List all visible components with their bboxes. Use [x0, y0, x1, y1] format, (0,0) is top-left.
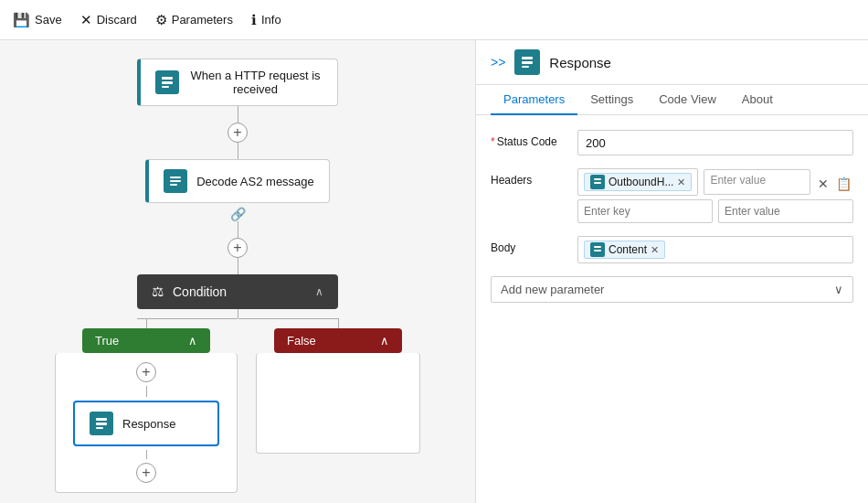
condition-label: Condition [173, 284, 306, 299]
parameters-icon: ⚙ [155, 12, 167, 28]
header-action-btns: ✕ 📋 [816, 171, 853, 193]
delete-header-btn[interactable]: ✕ [816, 175, 831, 193]
discard-button[interactable]: ✕ Discard [80, 12, 137, 28]
true-branch: True ∧ + Response [55, 319, 238, 493]
headers-row: Headers OutboundH... ✕ [491, 168, 853, 223]
response-node[interactable]: Response [73, 401, 219, 446]
panel-title: Response [549, 55, 611, 70]
false-branch-vline [338, 319, 339, 328]
headers-content: OutboundH... ✕ Enter value ✕ 📋 [577, 168, 853, 223]
branch-connector [137, 309, 339, 319]
true-branch-body: + Response + [55, 353, 238, 493]
panel-header: >> Response [476, 40, 868, 85]
add-between-http-decode[interactable]: + [228, 123, 248, 143]
http-node-icon [155, 70, 179, 94]
false-branch-collapse[interactable]: ∧ [380, 334, 389, 348]
svg-rect-11 [522, 66, 529, 68]
condition-icon: ⚖ [152, 284, 164, 300]
enter-value-placeholder: Enter value [710, 174, 766, 190]
decode-as2-node[interactable]: Decode AS2 message [145, 159, 330, 203]
add-param-label: Add new parameter [501, 283, 604, 296]
tab-settings[interactable]: Settings [577, 85, 646, 115]
true-inner-vline [146, 386, 147, 397]
tab-parameters[interactable]: Parameters [491, 85, 577, 115]
link-icon: 🔗 [230, 207, 246, 221]
status-code-label: *Status Code [491, 130, 568, 148]
main-layout: When a HTTP request is received + Decode… [0, 40, 868, 503]
false-branch: False ∧ [256, 319, 420, 493]
svg-rect-1 [162, 81, 173, 84]
tab-code-view[interactable]: Code View [646, 85, 729, 115]
canvas: When a HTTP request is received + Decode… [0, 40, 475, 503]
false-branch-body [256, 353, 420, 454]
false-branch-label: False [287, 334, 316, 348]
svg-rect-13 [594, 182, 601, 184]
condition-node[interactable]: ⚖ Condition ∧ [137, 274, 338, 309]
headers-label: Headers [491, 168, 568, 187]
svg-rect-3 [170, 177, 181, 178]
save-icon: 💾 [13, 12, 30, 28]
header-value-area[interactable]: Enter value [704, 169, 810, 195]
svg-rect-2 [162, 86, 169, 88]
body-row: Body Content ✕ [491, 236, 853, 263]
add-after-response[interactable]: + [136, 463, 156, 483]
svg-rect-6 [96, 418, 107, 421]
info-icon: ℹ [251, 12, 257, 28]
connector-2: + [228, 221, 248, 274]
add-new-parameter[interactable]: Add new parameter ∨ [491, 276, 853, 303]
decode-node-label: Decode AS2 message [196, 175, 314, 188]
parameters-label: Parameters [172, 13, 233, 27]
response-node-icon [90, 412, 113, 435]
header-key-input[interactable] [577, 199, 713, 223]
svg-rect-12 [594, 178, 601, 180]
status-code-row: *Status Code [491, 130, 853, 155]
svg-rect-10 [522, 61, 533, 64]
panel-content: *Status Code Headers [476, 115, 868, 503]
body-token-area[interactable]: Content ✕ [577, 236, 853, 263]
discard-icon: ✕ [80, 12, 92, 28]
info-label: Info [261, 13, 281, 27]
true-branch-header[interactable]: True ∧ [82, 328, 210, 353]
chip-icon [590, 175, 605, 189]
token-label: OutboundH... [609, 176, 673, 188]
right-panel: >> Response Parameters Settings Code Vie… [475, 40, 868, 503]
panel-collapse-btn[interactable]: >> [491, 55, 505, 70]
svg-rect-8 [96, 427, 103, 429]
content-chip-icon [590, 242, 605, 257]
content-token-close[interactable]: ✕ [651, 244, 659, 256]
condition-collapse-btn[interactable]: ∧ [315, 285, 323, 298]
flow-container: When a HTTP request is received + Decode… [18, 59, 457, 493]
svg-rect-9 [522, 57, 533, 59]
header-value-input[interactable] [718, 199, 853, 223]
false-branch-header[interactable]: False ∧ [274, 328, 402, 353]
content-token: Content ✕ [584, 241, 665, 259]
copy-header-btn[interactable]: 📋 [834, 175, 853, 193]
response-node-label: Response [122, 417, 176, 431]
status-code-input[interactable] [577, 130, 853, 155]
header-key-area[interactable]: OutboundH... ✕ [577, 168, 698, 196]
link-decorator: 🔗 [230, 207, 246, 221]
add-in-true-branch[interactable]: + [136, 362, 156, 382]
outbound-token: OutboundH... ✕ [584, 173, 692, 191]
panel-tabs: Parameters Settings Code View About [476, 85, 868, 115]
tab-about[interactable]: About [729, 85, 786, 115]
save-button[interactable]: 💾 Save [13, 12, 62, 28]
save-label: Save [35, 13, 62, 27]
svg-rect-15 [594, 250, 601, 252]
true-branch-collapse[interactable]: ∧ [188, 334, 197, 348]
add-between-decode-condition[interactable]: + [228, 238, 248, 258]
branch-area: True ∧ + Response [55, 319, 420, 493]
connector-1: + [228, 106, 248, 159]
svg-rect-0 [162, 77, 173, 80]
http-node-label: When a HTTP request is received [188, 69, 323, 96]
add-param-chevron: ∨ [834, 283, 843, 296]
info-button[interactable]: ℹ Info [251, 12, 281, 28]
headers-first-row: OutboundH... ✕ Enter value ✕ 📋 [577, 168, 853, 196]
svg-rect-5 [170, 184, 177, 186]
parameters-button[interactable]: ⚙ Parameters [155, 12, 233, 28]
token-close-btn[interactable]: ✕ [677, 177, 685, 188]
decode-node-icon [164, 169, 187, 193]
headers-second-row [577, 199, 853, 223]
svg-rect-7 [96, 423, 107, 425]
http-request-node[interactable]: When a HTTP request is received [137, 59, 338, 106]
